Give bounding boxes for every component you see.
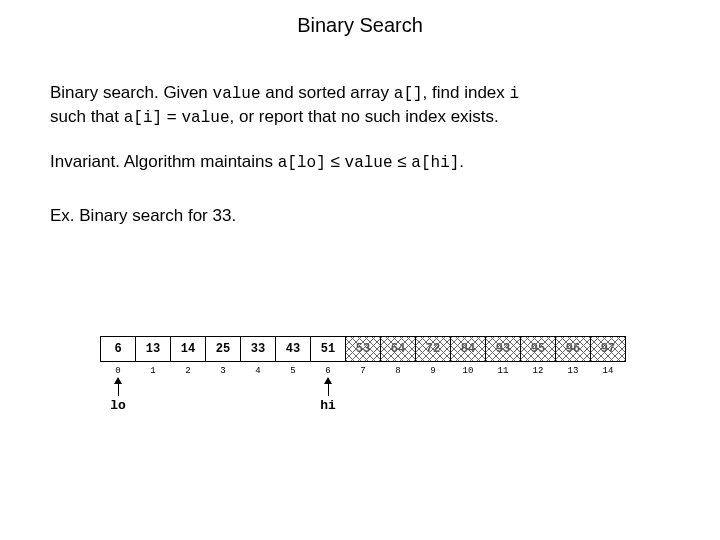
text: Algorithm maintains bbox=[120, 152, 278, 171]
le-symbol: ≤ bbox=[393, 152, 412, 171]
array-index: 4 bbox=[240, 366, 276, 376]
paragraph-invariant: Invariant. Algorithm maintains a[lo] ≤ v… bbox=[50, 151, 670, 175]
pointer-hi-label: hi bbox=[320, 398, 336, 413]
array-cell: 95 bbox=[520, 336, 556, 362]
array-index: 3 bbox=[205, 366, 241, 376]
code: value bbox=[182, 109, 230, 127]
array-cell: 25 bbox=[205, 336, 241, 362]
text: , find index bbox=[423, 83, 510, 102]
paragraph-definition: Binary search. Given value and sorted ar… bbox=[50, 82, 670, 129]
array-index: 6 bbox=[310, 366, 346, 376]
array-cell: 96 bbox=[555, 336, 591, 362]
text: = bbox=[162, 107, 181, 126]
le-symbol: ≤ bbox=[326, 152, 345, 171]
array-index: 9 bbox=[415, 366, 451, 376]
code: a[] bbox=[394, 85, 423, 103]
code: i bbox=[510, 85, 520, 103]
array-index: 13 bbox=[555, 366, 591, 376]
text: . bbox=[459, 152, 464, 171]
code: value bbox=[345, 154, 393, 172]
arrow-up-icon bbox=[118, 378, 119, 396]
array-cell: 13 bbox=[135, 336, 171, 362]
paragraph-example: Ex. Binary search for 33. bbox=[50, 205, 670, 228]
array-cell: 64 bbox=[380, 336, 416, 362]
array-pointers: lohi bbox=[100, 378, 626, 428]
text: such that bbox=[50, 107, 124, 126]
code: a[i] bbox=[124, 109, 162, 127]
body-text: Binary search. Given value and sorted ar… bbox=[50, 82, 670, 250]
array-cell: 72 bbox=[415, 336, 451, 362]
lead-label: Binary search. bbox=[50, 83, 159, 102]
arrow-up-icon bbox=[328, 378, 329, 396]
array-cell: 84 bbox=[450, 336, 486, 362]
array-cell: 93 bbox=[485, 336, 521, 362]
slide: Binary Search Binary search. Given value… bbox=[0, 0, 720, 540]
lead-label: Invariant. bbox=[50, 152, 120, 171]
array-index: 7 bbox=[345, 366, 381, 376]
pointer-lo-label: lo bbox=[110, 398, 126, 413]
array-cell: 14 bbox=[170, 336, 206, 362]
lead-label: Ex. bbox=[50, 206, 75, 225]
array-index: 11 bbox=[485, 366, 521, 376]
array-cell: 97 bbox=[590, 336, 626, 362]
array-indices-row: 01234567891011121314 bbox=[100, 366, 626, 376]
array-index: 8 bbox=[380, 366, 416, 376]
array-cell: 51 bbox=[310, 336, 346, 362]
text: Given bbox=[159, 83, 213, 102]
array-cell: 43 bbox=[275, 336, 311, 362]
text: , or report that no such index exists. bbox=[230, 107, 499, 126]
array-index: 2 bbox=[170, 366, 206, 376]
text: Binary search for 33. bbox=[75, 206, 237, 225]
array-cell: 53 bbox=[345, 336, 381, 362]
array-index: 5 bbox=[275, 366, 311, 376]
array-cell: 33 bbox=[240, 336, 276, 362]
array-cells-row: 61314253343515364728493959697 bbox=[100, 336, 626, 362]
array-index: 14 bbox=[590, 366, 626, 376]
code: a[hi] bbox=[411, 154, 459, 172]
array-index: 0 bbox=[100, 366, 136, 376]
array-index: 1 bbox=[135, 366, 171, 376]
array-index: 12 bbox=[520, 366, 556, 376]
array-diagram: 61314253343515364728493959697 0123456789… bbox=[100, 336, 626, 428]
pointer-hi: hi bbox=[318, 378, 338, 413]
array-cell: 6 bbox=[100, 336, 136, 362]
text: and sorted array bbox=[261, 83, 394, 102]
code: a[lo] bbox=[278, 154, 326, 172]
pointer-lo: lo bbox=[108, 378, 128, 413]
code: value bbox=[213, 85, 261, 103]
array-index: 10 bbox=[450, 366, 486, 376]
page-title: Binary Search bbox=[0, 14, 720, 37]
